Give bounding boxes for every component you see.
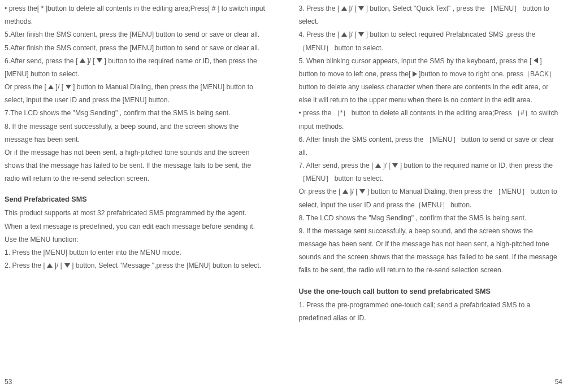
right-arrow-icon [413, 71, 417, 77]
body-text: 7.The LCD shows the "Msg Sending" , conf… [5, 107, 268, 120]
body-text: Or if the message has not been sent, a h… [5, 146, 268, 186]
body-text: 9. If the message sent successfully, a b… [299, 225, 563, 277]
left-arrow-icon [534, 58, 538, 63]
section-heading: Send Prefabricated SMS [5, 193, 268, 207]
body-text: 6. After finish the SMS content, press t… [299, 133, 563, 159]
body-text: 3. Press the [ ]/ [ ] button, Select "Qu… [299, 2, 563, 28]
body-text: 8. The LCD shows the "Msg Sending" , con… [299, 212, 563, 225]
down-arrow-icon [66, 85, 71, 89]
body-text: 8. If the message sent successfully, a b… [5, 120, 268, 146]
down-arrow-icon [64, 263, 70, 268]
body-text: Or press the [ ]/ [ ] button to Manual D… [5, 81, 268, 107]
body-text: • press the[ * ]button to delete all con… [5, 2, 268, 28]
body-text: Use the MENU function: [5, 233, 268, 246]
body-text: 4. Press the [ ]/ [ ] button to select r… [299, 28, 563, 54]
body-text: • press the ［*］ button to delete all con… [299, 107, 563, 133]
body-text: 7. After send, press the [ ]/ [ ] button… [299, 159, 563, 185]
up-arrow-icon [342, 189, 348, 194]
up-arrow-icon [80, 58, 85, 63]
body-text: 5. When blinking cursor appears, input t… [299, 55, 563, 107]
up-arrow-icon [341, 32, 347, 37]
body-text: 6.After send, press the [ ]/ [ ] button … [5, 55, 268, 81]
body-text: 1. Press the [MENU] button to enter into… [5, 246, 268, 259]
body-text: When a text message is predefined, you c… [5, 220, 268, 233]
left-content: • press the[ * ]button to delete all con… [5, 2, 268, 386]
right-content: 3. Press the [ ]/ [ ] button, Select "Qu… [299, 2, 563, 386]
page-right: 3. Press the [ ]/ [ ] button, Select "Qu… [284, 0, 569, 392]
up-arrow-icon [341, 6, 347, 11]
down-arrow-icon [392, 163, 398, 168]
body-text: 1. Press the pre-programmed one-touch ca… [299, 299, 563, 325]
page-left: • press the[ * ]button to delete all con… [0, 0, 284, 392]
body-text: This product supports at most 32 prefabr… [5, 207, 268, 220]
body-text: 5.After finish the SMS content, press th… [5, 28, 268, 41]
up-arrow-icon [47, 263, 53, 268]
down-arrow-icon [358, 6, 364, 11]
page-number-left: 53 [5, 376, 12, 389]
up-arrow-icon [48, 85, 54, 89]
page-number-right: 54 [555, 376, 562, 389]
body-text: Or press the [ ]/ [ ] button to Manual D… [299, 185, 563, 211]
body-text: 2. Press the [ ]/ [ ] button, Select "Me… [5, 259, 268, 272]
down-arrow-icon [359, 189, 365, 194]
up-arrow-icon [375, 163, 381, 168]
body-text: 5.After finish the SMS content, press th… [5, 42, 268, 55]
down-arrow-icon [97, 58, 102, 63]
down-arrow-icon [358, 32, 364, 37]
section-heading: Use the one-touch call button to send pr… [299, 285, 563, 299]
